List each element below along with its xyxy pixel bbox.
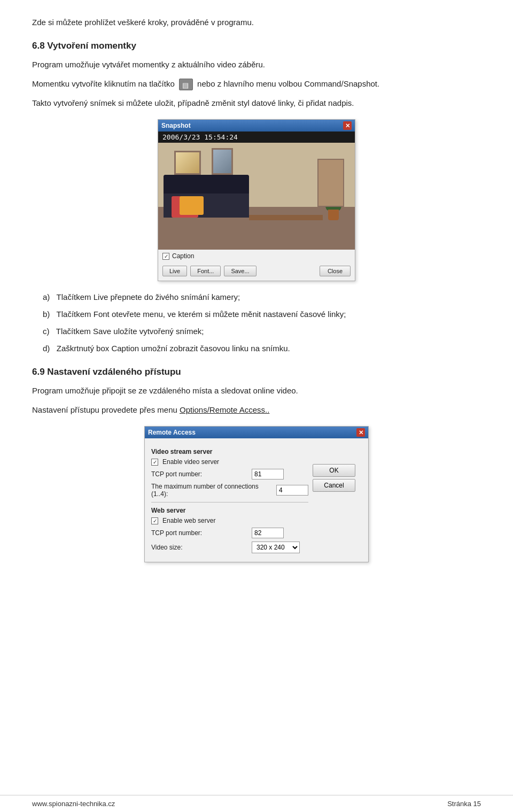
room-door: [317, 159, 344, 207]
video-stream-section-label: Video stream server: [151, 448, 308, 455]
section-68-heading: 6.8 Vytvoření momentky: [32, 38, 481, 53]
video-size-label: Video size:: [151, 544, 247, 551]
list-item: c) Tlačítkem Save uložíte vytvořený sním…: [43, 325, 481, 338]
snapshot-timestamp: 2006/3/23 15:54:24: [158, 132, 355, 143]
para2-before-69: Nastavení přístupu provedete přes menu: [32, 405, 177, 414]
snapshot-dialog: Snapshot ✕ 2006/3/23 15:54:24: [158, 119, 355, 281]
enable-web-row: ✓ Enable web server: [151, 517, 308, 524]
enable-web-label: Enable web server: [162, 517, 259, 524]
list-label-d: d): [43, 344, 55, 353]
list-text-b: Tlačítkem Font otevřete menu, ve kterém …: [57, 310, 346, 319]
ok-button[interactable]: OK: [313, 464, 355, 477]
section-69-para2: Nastavení přístupu provedete přes menu O…: [32, 404, 481, 416]
remote-titlebar: Remote Access ✕: [145, 427, 368, 438]
enable-video-row: ✓ Enable video server: [151, 458, 308, 466]
section-68-para2: Momentku vytvoříte kliknutím na tlačítko…: [32, 78, 481, 90]
close-button[interactable]: Close: [320, 266, 351, 276]
web-tcp-port-row: TCP port number:: [151, 528, 308, 538]
cancel-button[interactable]: Cancel: [313, 479, 355, 492]
list-item: b) Tlačítkem Font otevřete menu, ve kter…: [43, 308, 481, 321]
list-label-c: c): [43, 327, 54, 336]
remote-body-inner: OK Cancel Video stream server ✓ Enable v…: [151, 448, 362, 553]
caption-label: Caption: [172, 252, 194, 260]
list-text-a: Tlačítkem Live přepnete do živého snímán…: [57, 292, 240, 301]
video-size-row: Video size: 320 x 240: [151, 542, 308, 553]
list-label-b: b): [43, 310, 55, 319]
ok-cancel-buttons: OK Cancel: [313, 464, 355, 492]
enable-video-checkbox[interactable]: ✓: [151, 459, 158, 466]
font-button[interactable]: Font...: [190, 266, 221, 276]
footer-url: www.spionazni-technika.cz: [32, 800, 115, 808]
section-69-para1: Program umožňuje připojit se ze vzdálené…: [32, 384, 481, 397]
section-69-heading: 6.9 Nastavení vzdáleného přístupu: [32, 365, 481, 379]
snapshot-close-button[interactable]: ✕: [343, 121, 352, 130]
max-connections-input[interactable]: [276, 485, 308, 496]
snapshot-title: Snapshot: [161, 122, 191, 129]
max-connections-label: The maximum number of connections (1..4)…: [151, 483, 272, 498]
para2-before: Momentku vytvoříte kliknutím na tlačítko: [32, 79, 175, 88]
room-picture2: [212, 148, 233, 175]
caption-row: ✓ Caption: [158, 250, 355, 262]
section-68-para1: Program umožňuje vytvářet momentky z akt…: [32, 58, 481, 71]
enable-video-label: Enable video server: [162, 458, 259, 466]
tcp-port-label: TCP port number:: [151, 470, 247, 478]
enable-web-checkbox[interactable]: ✓: [151, 517, 158, 524]
page-footer: www.spionazni-technika.cz Stránka 15: [0, 795, 513, 812]
remote-access-dialog: Remote Access ✕ OK Cancel Video stream s…: [144, 426, 369, 562]
intro-text: Zde si můžete prohlížet veškeré kroky, p…: [32, 16, 481, 29]
live-button[interactable]: Live: [162, 266, 187, 276]
remote-body: OK Cancel Video stream server ✓ Enable v…: [145, 438, 368, 562]
tcp-port-input[interactable]: [252, 469, 284, 480]
list-label-a: a): [43, 292, 55, 301]
max-connections-row: The maximum number of connections (1..4)…: [151, 483, 308, 498]
tcp-port-row: TCP port number:: [151, 469, 308, 480]
para2-after: nebo z hlavního menu volbou: [197, 79, 302, 88]
list-items: a) Tlačítkem Live přepnete do živého sní…: [43, 291, 481, 355]
footer-page: Stránka 15: [447, 800, 481, 808]
web-server-section-label: Web server: [151, 507, 308, 514]
caption-checkbox[interactable]: ✓: [162, 253, 169, 260]
snapshot-image: [158, 143, 355, 250]
para2-menu: Command/Snapshot.: [304, 79, 379, 88]
video-size-select[interactable]: 320 x 240: [252, 542, 300, 553]
list-item: a) Tlačítkem Live přepnete do živého sní…: [43, 291, 481, 304]
room-sofa: [164, 175, 249, 218]
save-button[interactable]: Save...: [224, 266, 256, 276]
remote-close-button[interactable]: ✕: [356, 428, 365, 437]
list-item: d) Zaškrtnutý box Caption umožní zobrazi…: [43, 342, 481, 355]
web-tcp-port-label: TCP port number:: [151, 529, 247, 537]
snapshot-titlebar: Snapshot ✕: [158, 120, 355, 132]
list-text-d: Zaškrtnutý box Caption umožní zobrazit č…: [57, 344, 290, 353]
para2-menu-69: Options/Remote Access..: [180, 405, 269, 414]
snapshot-buttons: Live Font... Save... Close: [158, 262, 355, 281]
web-tcp-port-input[interactable]: [252, 528, 284, 538]
room-table: [249, 215, 323, 220]
room-picture1: [174, 151, 201, 175]
snapshot-icon: [179, 79, 193, 90]
list-text-c: Tlačítkem Save uložíte vytvořený snímek;: [56, 327, 204, 336]
divider: [151, 502, 308, 502]
remote-title: Remote Access: [148, 429, 196, 436]
section-68-para3: Takto vytvořený snímek si můžete uložit,…: [32, 97, 481, 110]
